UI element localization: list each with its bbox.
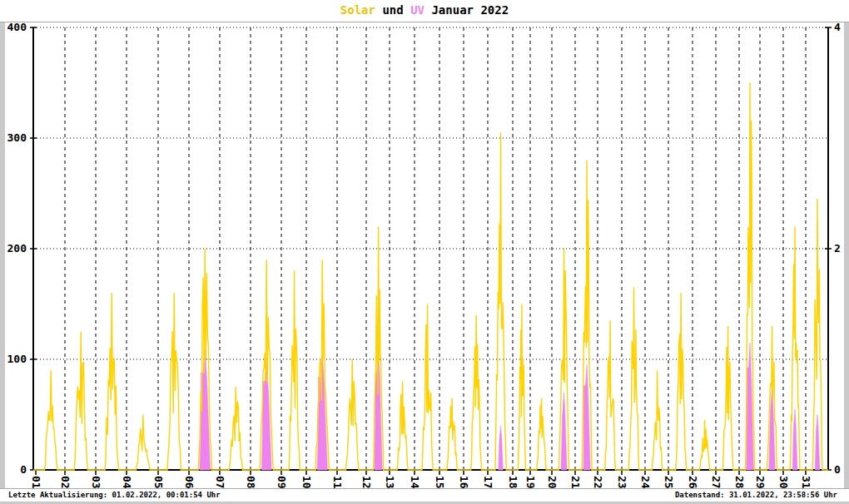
right-axis-label-4: 4	[834, 21, 841, 33]
x-tick-label-day-14: 14	[409, 476, 421, 489]
data-timestamp-text: Datenstand: 31.01.2022, 23:58:56 Uhr	[675, 491, 837, 499]
x-tick-label-day-04: 04	[121, 476, 133, 489]
x-tick-label-day-10: 10	[300, 476, 313, 489]
left-axis-label-300: 300	[7, 131, 27, 144]
x-tick-label-day-06: 06	[183, 476, 196, 489]
x-tick-label-day-09: 09	[276, 476, 288, 489]
left-axis-label-0: 0	[20, 463, 27, 476]
x-tick-label-day-18: 18	[507, 476, 519, 489]
x-tick-label-day-12: 12	[360, 476, 373, 489]
x-tick-label-day-13: 13	[384, 476, 396, 489]
solar-uv-chart: 0100200300400024010203040506070809101112…	[0, 0, 849, 504]
x-tick-label-day-29: 29	[754, 476, 767, 489]
x-tick-label-day-24: 24	[639, 476, 652, 489]
x-tick-label-day-27: 27	[710, 476, 722, 489]
solar-series	[33, 83, 828, 471]
x-tick-label-day-15: 15	[434, 476, 446, 489]
left-axis-label-100: 100	[7, 353, 27, 365]
right-axis-label-0: 0	[834, 463, 841, 476]
x-tick-label-day-28: 28	[733, 476, 746, 489]
left-axis-label-200: 200	[7, 242, 27, 254]
x-tick-label-day-07: 07	[214, 476, 226, 489]
x-tick-label-day-30: 30	[777, 476, 790, 489]
x-tick-label-day-22: 22	[592, 476, 604, 489]
x-tick-label-day-16: 16	[458, 476, 470, 489]
page-root: Solar und UV Januar 2022 010020030040002…	[0, 0, 849, 504]
last-update-text: Letzte Aktualisierung: 01.02.2022, 00:01…	[8, 491, 221, 499]
left-axis-label-400: 400	[7, 21, 27, 33]
x-tick-label-day-26: 26	[687, 476, 699, 489]
x-tick-label-day-01: 01	[30, 476, 42, 489]
right-axis-label-2: 2	[834, 242, 841, 254]
x-tick-label-day-21: 21	[569, 476, 582, 489]
x-tick-label-day-05: 05	[152, 476, 165, 489]
x-tick-label-day-19: 19	[524, 476, 537, 489]
x-tick-label-day-03: 03	[90, 476, 102, 489]
x-tick-label-day-31: 31	[800, 476, 812, 489]
x-tick-label-day-23: 23	[616, 476, 628, 489]
x-tick-label-day-17: 17	[482, 476, 494, 489]
x-tick-label-day-11: 11	[331, 476, 344, 489]
x-tick-label-day-25: 25	[663, 476, 675, 489]
x-tick-label-day-08: 08	[245, 476, 257, 489]
x-tick-label-day-20: 20	[546, 476, 559, 489]
x-tick-label-day-02: 02	[59, 476, 72, 489]
